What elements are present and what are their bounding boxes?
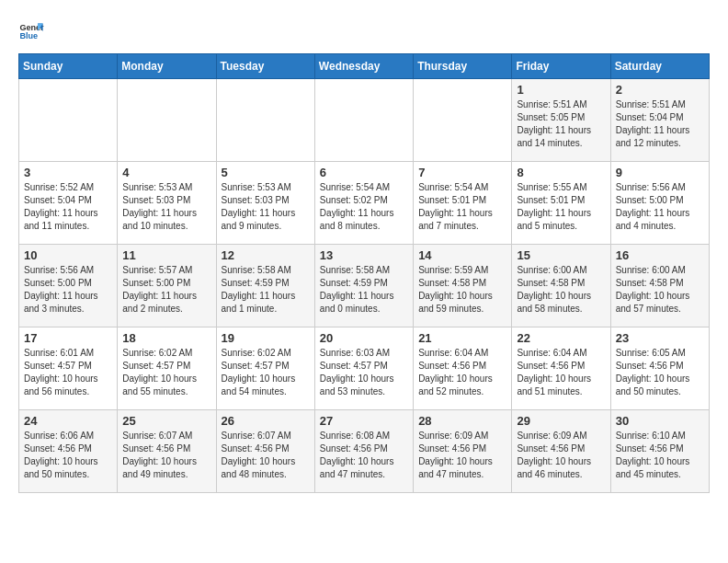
calendar-cell: 3Sunrise: 5:52 AM Sunset: 5:04 PM Daylig… [19,162,118,245]
logo-icon: General Blue [18,18,44,44]
day-number: 5 [222,166,310,179]
day-number: 7 [418,166,506,179]
day-info: Sunrise: 6:06 AM Sunset: 4:56 PM Dayligh… [24,430,112,481]
day-number: 26 [222,414,310,428]
day-number: 11 [122,248,210,262]
logo: General Blue [18,18,44,44]
day-number: 25 [122,414,210,428]
calendar-cell: 17Sunrise: 6:01 AM Sunset: 4:57 PM Dayli… [19,327,118,410]
day-number: 2 [616,83,704,97]
day-header-friday: Friday [512,54,610,79]
calendar-cell: 11Sunrise: 5:57 AM Sunset: 5:00 PM Dayli… [118,245,216,327]
calendar-cell [19,79,118,162]
calendar-cell: 2Sunrise: 5:51 AM Sunset: 5:04 PM Daylig… [610,79,709,162]
day-number: 8 [517,166,605,179]
page-header: General Blue [18,18,710,44]
calendar-cell: 10Sunrise: 5:56 AM Sunset: 5:00 PM Dayli… [19,245,118,327]
calendar-cell: 28Sunrise: 6:09 AM Sunset: 4:56 PM Dayli… [414,410,512,493]
day-info: Sunrise: 6:10 AM Sunset: 4:56 PM Dayligh… [616,430,704,481]
calendar-cell: 16Sunrise: 6:00 AM Sunset: 4:58 PM Dayli… [610,245,709,327]
day-info: Sunrise: 5:57 AM Sunset: 5:00 PM Dayligh… [122,264,210,316]
calendar-week-0: 1Sunrise: 5:51 AM Sunset: 5:05 PM Daylig… [19,79,710,162]
calendar-cell: 20Sunrise: 6:03 AM Sunset: 4:57 PM Dayli… [314,327,413,410]
calendar-week-3: 17Sunrise: 6:01 AM Sunset: 4:57 PM Dayli… [19,327,710,410]
day-number: 4 [122,166,210,179]
day-info: Sunrise: 5:58 AM Sunset: 4:59 PM Dayligh… [320,264,408,316]
day-number: 19 [222,331,310,345]
calendar-week-1: 3Sunrise: 5:52 AM Sunset: 5:04 PM Daylig… [19,162,710,245]
day-number: 22 [517,331,605,345]
day-info: Sunrise: 6:03 AM Sunset: 4:57 PM Dayligh… [320,347,408,398]
day-info: Sunrise: 6:07 AM Sunset: 4:56 PM Dayligh… [122,430,210,481]
calendar-table: SundayMondayTuesdayWednesdayThursdayFrid… [18,53,710,493]
day-number: 30 [616,414,704,428]
day-info: Sunrise: 5:52 AM Sunset: 5:04 PM Dayligh… [24,181,112,233]
calendar-cell: 13Sunrise: 5:58 AM Sunset: 4:59 PM Dayli… [314,245,413,327]
calendar-cell: 12Sunrise: 5:58 AM Sunset: 4:59 PM Dayli… [216,245,314,327]
calendar-cell: 15Sunrise: 6:00 AM Sunset: 4:58 PM Dayli… [512,245,610,327]
calendar-cell: 30Sunrise: 6:10 AM Sunset: 4:56 PM Dayli… [610,410,709,493]
day-info: Sunrise: 6:09 AM Sunset: 4:56 PM Dayligh… [517,430,605,481]
day-header-wednesday: Wednesday [314,54,413,79]
calendar-cell: 14Sunrise: 5:59 AM Sunset: 4:58 PM Dayli… [414,245,512,327]
day-info: Sunrise: 6:02 AM Sunset: 4:57 PM Dayligh… [222,347,310,398]
calendar-cell: 5Sunrise: 5:53 AM Sunset: 5:03 PM Daylig… [216,162,314,245]
day-number: 1 [517,83,605,97]
calendar-cell: 22Sunrise: 6:04 AM Sunset: 4:56 PM Dayli… [512,327,610,410]
day-info: Sunrise: 5:51 AM Sunset: 5:04 PM Dayligh… [616,98,704,150]
calendar-cell: 6Sunrise: 5:54 AM Sunset: 5:02 PM Daylig… [314,162,413,245]
day-number: 24 [24,414,112,428]
calendar-cell [216,79,314,162]
day-number: 12 [222,248,310,262]
day-info: Sunrise: 5:54 AM Sunset: 5:02 PM Dayligh… [320,181,408,233]
day-info: Sunrise: 6:09 AM Sunset: 4:56 PM Dayligh… [418,430,506,481]
day-header-tuesday: Tuesday [216,54,314,79]
calendar-cell: 23Sunrise: 6:05 AM Sunset: 4:56 PM Dayli… [610,327,709,410]
day-number: 23 [616,331,704,345]
calendar-cell: 24Sunrise: 6:06 AM Sunset: 4:56 PM Dayli… [19,410,118,493]
day-number: 20 [320,331,408,345]
day-info: Sunrise: 5:56 AM Sunset: 5:00 PM Dayligh… [616,181,704,233]
day-number: 3 [24,166,112,179]
day-number: 16 [616,248,704,262]
day-header-thursday: Thursday [414,54,512,79]
calendar-cell: 9Sunrise: 5:56 AM Sunset: 5:00 PM Daylig… [610,162,709,245]
calendar-cell: 1Sunrise: 5:51 AM Sunset: 5:05 PM Daylig… [512,79,610,162]
calendar-cell: 29Sunrise: 6:09 AM Sunset: 4:56 PM Dayli… [512,410,610,493]
day-info: Sunrise: 5:54 AM Sunset: 5:01 PM Dayligh… [418,181,506,233]
day-info: Sunrise: 5:59 AM Sunset: 4:58 PM Dayligh… [418,264,506,316]
day-header-monday: Monday [118,54,216,79]
day-info: Sunrise: 5:51 AM Sunset: 5:05 PM Dayligh… [517,98,605,150]
calendar-cell: 25Sunrise: 6:07 AM Sunset: 4:56 PM Dayli… [118,410,216,493]
day-info: Sunrise: 5:56 AM Sunset: 5:00 PM Dayligh… [24,264,112,316]
calendar-cell: 26Sunrise: 6:07 AM Sunset: 4:56 PM Dayli… [216,410,314,493]
day-info: Sunrise: 6:02 AM Sunset: 4:57 PM Dayligh… [122,347,210,398]
day-info: Sunrise: 6:08 AM Sunset: 4:56 PM Dayligh… [320,430,408,481]
day-info: Sunrise: 5:58 AM Sunset: 4:59 PM Dayligh… [222,264,310,316]
day-number: 15 [517,248,605,262]
calendar-cell: 7Sunrise: 5:54 AM Sunset: 5:01 PM Daylig… [414,162,512,245]
calendar-cell: 4Sunrise: 5:53 AM Sunset: 5:03 PM Daylig… [118,162,216,245]
day-number: 9 [616,166,704,179]
day-number: 6 [320,166,408,179]
day-info: Sunrise: 6:05 AM Sunset: 4:56 PM Dayligh… [616,347,704,398]
day-number: 10 [24,248,112,262]
calendar-cell [314,79,413,162]
day-number: 18 [122,331,210,345]
calendar-cell: 21Sunrise: 6:04 AM Sunset: 4:56 PM Dayli… [414,327,512,410]
day-number: 28 [418,414,506,428]
day-number: 14 [418,248,506,262]
calendar-header: SundayMondayTuesdayWednesdayThursdayFrid… [19,54,710,79]
calendar-week-4: 24Sunrise: 6:06 AM Sunset: 4:56 PM Dayli… [19,410,710,493]
day-info: Sunrise: 6:00 AM Sunset: 4:58 PM Dayligh… [616,264,704,316]
calendar-cell: 8Sunrise: 5:55 AM Sunset: 5:01 PM Daylig… [512,162,610,245]
day-number: 27 [320,414,408,428]
day-header-saturday: Saturday [610,54,709,79]
day-info: Sunrise: 6:07 AM Sunset: 4:56 PM Dayligh… [222,430,310,481]
calendar-cell [118,79,216,162]
calendar-week-2: 10Sunrise: 5:56 AM Sunset: 5:00 PM Dayli… [19,245,710,327]
calendar-cell: 18Sunrise: 6:02 AM Sunset: 4:57 PM Dayli… [118,327,216,410]
day-info: Sunrise: 6:04 AM Sunset: 4:56 PM Dayligh… [517,347,605,398]
day-number: 29 [517,414,605,428]
day-info: Sunrise: 5:55 AM Sunset: 5:01 PM Dayligh… [517,181,605,233]
